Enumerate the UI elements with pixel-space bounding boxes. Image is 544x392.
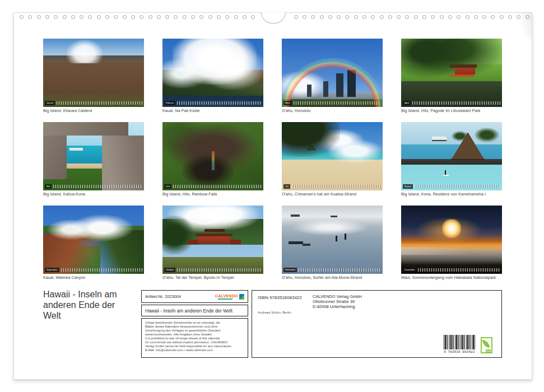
calendar-thumbnail: FebruarKauai, Na Pali-Küste <box>162 39 263 122</box>
hanger-notch <box>261 12 286 24</box>
binding-hole <box>482 15 486 19</box>
binding-hole <box>148 15 152 19</box>
calendar-thumbnail: NovemberO'ahu, Honolulu, Surfer am Ala-M… <box>282 206 383 289</box>
calendar-thumbnail: OktoberO'ahu, Tal der Tempel, Byodo-In T… <box>162 206 263 289</box>
date-strip: Mai <box>45 184 142 189</box>
binding-hole <box>63 15 67 19</box>
date-strip: April <box>403 101 500 105</box>
date-ticks <box>412 101 500 105</box>
thumbnail-photo-6: Juni <box>162 122 263 190</box>
thumbnail-photo-10: Oktober <box>162 206 263 274</box>
calendar-thumbnail: MaiBig Island, Kailua-Kona <box>43 122 144 206</box>
month-label: Oktober <box>164 268 175 272</box>
thumbnail-photo-11: November <box>282 206 383 274</box>
binding-hole <box>414 15 418 19</box>
binding-hole <box>20 15 24 19</box>
thumbnail-caption: O'ahu, Honolulu <box>282 109 383 113</box>
calendar-thumbnail: DezemberMaui, Sonnenuntergang vom Haleak… <box>401 206 502 289</box>
date-strip: Februar <box>164 101 262 105</box>
barcode-digits: 9 783516 083422 <box>443 350 476 354</box>
thumbnail-photo-8: August <box>401 122 502 190</box>
binding-hole <box>217 15 221 19</box>
binding-hole <box>320 15 324 19</box>
binding-hole <box>294 15 298 19</box>
date-strip: Dezember <box>403 268 500 272</box>
binding-hole <box>165 15 169 19</box>
article-number-box: Artikel-Nr. 2023004 CALVENDO <box>141 290 248 303</box>
binding-hole <box>431 15 435 19</box>
thumbnail-photo-5: Mai <box>43 122 144 190</box>
binding-hole <box>311 15 315 19</box>
thumbnail-caption: O'ahu, Chinaman's hat am Kualoa-Strand <box>282 192 383 196</box>
barcode: 9 783516 083422 <box>443 335 476 354</box>
binding-hole <box>457 15 461 19</box>
binding-hole <box>71 15 75 19</box>
binding-hole <box>140 15 143 19</box>
eco-label: eco <box>486 349 491 352</box>
calendar-thumbnail: JuliO'ahu, Chinaman's hat am Kualoa-Stra… <box>282 122 383 206</box>
calendar-thumbnail: AugustBig Island, Kona, Residenz von Kam… <box>401 122 502 206</box>
thumbnail-caption: Kauai, Waimea Canyon <box>43 276 144 279</box>
date-ticks <box>53 185 142 188</box>
binding-hole <box>208 15 212 19</box>
thumbnail-caption: Big Island, Kilauea Caldera <box>43 109 144 113</box>
binding-hole <box>466 15 469 19</box>
info-title-label: Hawaii - Inseln am anderen Ende der Welt <box>145 308 233 314</box>
thumbnail-grid: JanuarBig Island, Kilauea CalderaFebruar… <box>43 39 502 289</box>
binding-hole <box>174 15 178 19</box>
binding-hole <box>397 15 401 19</box>
thumbnail-photo-2: Februar <box>162 39 263 107</box>
thumbnail-photo-1: Januar <box>43 39 144 107</box>
thumbnail-photo-12: Dezember <box>401 206 502 274</box>
thumbnail-caption: Big Island, Kailua-Kona <box>43 192 144 196</box>
thumbnail-photo-4: April <box>401 39 502 107</box>
binding-hole <box>388 15 392 19</box>
binding-hole <box>354 15 358 19</box>
month-label: Mai <box>45 184 52 189</box>
month-label: Dezember <box>403 268 416 272</box>
date-ticks <box>57 101 142 105</box>
binding-hole <box>191 15 195 19</box>
date-ticks <box>418 268 500 272</box>
binding-hole <box>508 15 512 19</box>
thumbnail-caption: Big Island, Hilo, Rainbow Falls <box>162 192 263 196</box>
eco-leaf-icon <box>482 339 490 349</box>
page-title: Hawaii - Inseln am anderen Ende der Welt <box>43 289 117 321</box>
month-label: November <box>283 268 297 272</box>
thumbnail-photo-9: September <box>43 206 144 274</box>
binding-hole <box>54 15 58 19</box>
date-strip: Juli <box>283 184 381 189</box>
article-number-label: Artikel-Nr. 2023004 <box>145 294 181 299</box>
thumbnail-caption: Kauai, Na Pali-Küste <box>162 109 263 113</box>
date-strip: September <box>45 268 142 272</box>
calendar-thumbnail: SeptemberKauai, Waimea Canyon <box>43 206 144 289</box>
binding-hole <box>337 15 341 19</box>
month-label: September <box>45 268 59 272</box>
author-label: Andreas Schön, Berlin <box>258 311 291 314</box>
month-label: August <box>403 184 413 189</box>
date-ticks <box>292 185 381 188</box>
binding-hole <box>440 15 444 19</box>
publisher-box: ISBN 9783516083422 CALVENDO Verlag GmbH … <box>252 290 502 358</box>
binding-hole <box>345 15 349 19</box>
date-ticks <box>173 185 262 188</box>
date-ticks <box>177 101 262 105</box>
calendar-back-page: JanuarBig Island, Kilauea CalderaFebruar… <box>0 0 544 392</box>
month-label: Februar <box>164 101 175 105</box>
binding-hole <box>517 15 520 19</box>
date-strip: Januar <box>45 101 142 105</box>
publisher-address: CALVENDO Verlag GmbH Ottobrunner Straße … <box>313 294 362 309</box>
calendar-thumbnail: JanuarBig Island, Kilauea Caldera <box>43 39 144 122</box>
binding-hole <box>448 15 452 19</box>
month-label: Juni <box>164 184 171 189</box>
date-ticks <box>415 185 500 188</box>
binding-hole <box>422 15 426 19</box>
binding-hole <box>225 15 229 19</box>
eco-logo: eco <box>481 337 492 353</box>
binding-hole <box>328 15 332 19</box>
calendar-thumbnail: JuniBig Island, Hilo, Rainbow Falls <box>162 122 263 206</box>
binding-hole <box>123 15 127 19</box>
binding-hole <box>234 15 238 19</box>
binding-hole <box>243 15 247 19</box>
legal-box: Infolge bestehender Schutzrechte ist es … <box>141 318 248 358</box>
